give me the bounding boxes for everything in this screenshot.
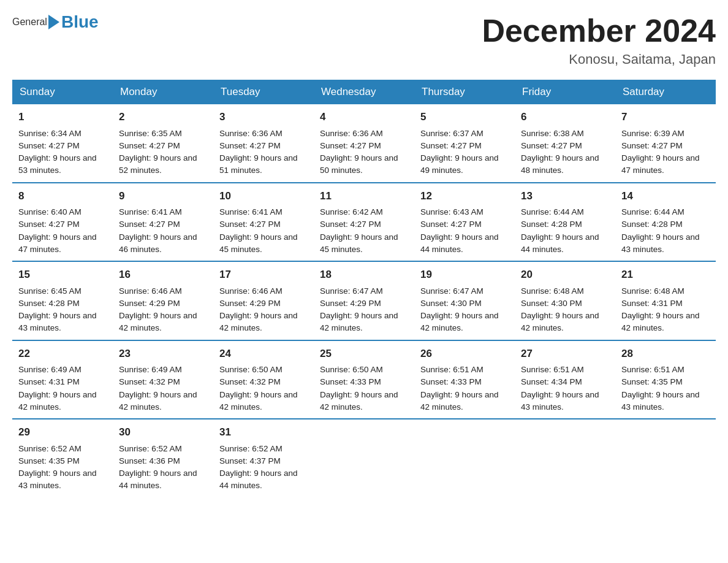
- col-friday: Friday: [515, 80, 615, 104]
- table-row: 13 Sunrise: 6:44 AM Sunset: 4:28 PM Dayl…: [515, 183, 615, 262]
- table-row: 8 Sunrise: 6:40 AM Sunset: 4:27 PM Dayli…: [12, 183, 113, 262]
- sunrise-label: Sunrise: 6:34 AM: [18, 129, 82, 138]
- sunrise-label: Sunrise: 6:41 AM: [119, 207, 182, 216]
- sunset-label: Sunset: 4:27 PM: [18, 141, 80, 150]
- table-row: [314, 419, 414, 497]
- sunrise-label: Sunrise: 6:50 AM: [219, 365, 282, 374]
- sunset-label: Sunset: 4:27 PM: [621, 141, 683, 150]
- day-number: 18: [320, 267, 408, 283]
- sunrise-label: Sunrise: 6:42 AM: [320, 207, 383, 216]
- sunrise-label: Sunrise: 6:52 AM: [119, 444, 182, 453]
- table-row: 26 Sunrise: 6:51 AM Sunset: 4:33 PM Dayl…: [414, 340, 515, 419]
- daylight-label: Daylight: 9 hours and 48 minutes.: [521, 153, 599, 175]
- sunset-label: Sunset: 4:29 PM: [219, 299, 281, 308]
- daylight-label: Daylight: 9 hours and 43 minutes.: [621, 232, 700, 254]
- daylight-label: Daylight: 9 hours and 49 minutes.: [420, 153, 499, 175]
- sunrise-label: Sunrise: 6:36 AM: [219, 129, 282, 138]
- day-number: 11: [320, 188, 408, 204]
- sunrise-label: Sunrise: 6:49 AM: [119, 365, 182, 374]
- table-row: 19 Sunrise: 6:47 AM Sunset: 4:30 PM Dayl…: [414, 261, 515, 340]
- table-row: 16 Sunrise: 6:46 AM Sunset: 4:29 PM Dayl…: [113, 261, 213, 340]
- day-number: 28: [621, 346, 710, 362]
- day-number: 17: [219, 267, 308, 283]
- day-number: 4: [320, 109, 408, 125]
- logo-blue-text: Blue: [61, 12, 99, 32]
- table-row: 27 Sunrise: 6:51 AM Sunset: 4:34 PM Dayl…: [515, 340, 615, 419]
- sunset-label: Sunset: 4:33 PM: [320, 377, 381, 386]
- sunrise-label: Sunrise: 6:45 AM: [18, 286, 82, 296]
- daylight-label: Daylight: 9 hours and 44 minutes.: [521, 232, 599, 254]
- sunrise-label: Sunrise: 6:38 AM: [521, 129, 584, 138]
- day-number: 14: [621, 188, 710, 204]
- sunset-label: Sunset: 4:27 PM: [320, 141, 381, 150]
- sunset-label: Sunset: 4:29 PM: [119, 299, 180, 308]
- sunset-label: Sunset: 4:27 PM: [320, 220, 381, 229]
- day-number: 7: [621, 109, 710, 125]
- sunset-label: Sunset: 4:27 PM: [420, 220, 482, 229]
- sunrise-label: Sunrise: 6:49 AM: [18, 365, 82, 374]
- title-section: December 2024 Konosu, Saitama, Japan: [482, 12, 716, 67]
- day-number: 31: [219, 424, 308, 440]
- sunrise-label: Sunrise: 6:36 AM: [320, 129, 383, 138]
- daylight-label: Daylight: 9 hours and 47 minutes.: [621, 153, 700, 175]
- daylight-label: Daylight: 9 hours and 45 minutes.: [219, 232, 298, 254]
- day-number: 19: [420, 267, 509, 283]
- col-sunday: Sunday: [12, 80, 113, 104]
- sunrise-label: Sunrise: 6:35 AM: [119, 129, 182, 138]
- daylight-label: Daylight: 9 hours and 43 minutes.: [621, 390, 700, 412]
- day-number: 27: [521, 346, 609, 362]
- sunrise-label: Sunrise: 6:41 AM: [219, 207, 282, 216]
- day-number: 16: [119, 267, 207, 283]
- sunrise-label: Sunrise: 6:39 AM: [621, 129, 684, 138]
- day-number: 8: [18, 188, 107, 204]
- sunset-label: Sunset: 4:28 PM: [18, 299, 80, 308]
- sunrise-label: Sunrise: 6:51 AM: [521, 365, 584, 374]
- daylight-label: Daylight: 9 hours and 42 minutes.: [219, 311, 298, 332]
- sunrise-label: Sunrise: 6:52 AM: [18, 444, 82, 453]
- day-number: 23: [119, 346, 207, 362]
- col-thursday: Thursday: [414, 80, 515, 104]
- day-number: 13: [521, 188, 609, 204]
- daylight-label: Daylight: 9 hours and 47 minutes.: [18, 232, 97, 254]
- sunset-label: Sunset: 4:28 PM: [521, 220, 582, 229]
- table-row: [615, 419, 716, 497]
- daylight-label: Daylight: 9 hours and 44 minutes.: [219, 469, 298, 490]
- daylight-label: Daylight: 9 hours and 50 minutes.: [320, 153, 398, 175]
- table-row: 5 Sunrise: 6:37 AM Sunset: 4:27 PM Dayli…: [414, 104, 515, 183]
- day-number: 9: [119, 188, 207, 204]
- logo-general-text: General: [12, 17, 47, 28]
- table-row: 25 Sunrise: 6:50 AM Sunset: 4:33 PM Dayl…: [314, 340, 414, 419]
- logo-arrow-icon: [48, 15, 59, 29]
- table-row: 6 Sunrise: 6:38 AM Sunset: 4:27 PM Dayli…: [515, 104, 615, 183]
- table-row: 18 Sunrise: 6:47 AM Sunset: 4:29 PM Dayl…: [314, 261, 414, 340]
- sunrise-label: Sunrise: 6:37 AM: [420, 129, 483, 138]
- table-row: 4 Sunrise: 6:36 AM Sunset: 4:27 PM Dayli…: [314, 104, 414, 183]
- sunset-label: Sunset: 4:30 PM: [420, 299, 482, 308]
- daylight-label: Daylight: 9 hours and 43 minutes.: [18, 469, 97, 490]
- table-row: 21 Sunrise: 6:48 AM Sunset: 4:31 PM Dayl…: [615, 261, 716, 340]
- day-number: 10: [219, 188, 308, 204]
- table-row: 9 Sunrise: 6:41 AM Sunset: 4:27 PM Dayli…: [113, 183, 213, 262]
- daylight-label: Daylight: 9 hours and 42 minutes.: [420, 311, 499, 332]
- sunset-label: Sunset: 4:34 PM: [521, 377, 582, 386]
- daylight-label: Daylight: 9 hours and 42 minutes.: [119, 390, 197, 412]
- sunset-label: Sunset: 4:33 PM: [420, 377, 482, 386]
- table-row: 24 Sunrise: 6:50 AM Sunset: 4:32 PM Dayl…: [213, 340, 314, 419]
- table-row: 20 Sunrise: 6:48 AM Sunset: 4:30 PM Dayl…: [515, 261, 615, 340]
- day-number: 1: [18, 109, 107, 125]
- calendar-table: Sunday Monday Tuesday Wednesday Thursday…: [12, 80, 716, 497]
- table-row: 23 Sunrise: 6:49 AM Sunset: 4:32 PM Dayl…: [113, 340, 213, 419]
- sunset-label: Sunset: 4:27 PM: [219, 141, 281, 150]
- daylight-label: Daylight: 9 hours and 42 minutes.: [18, 390, 97, 412]
- sunset-label: Sunset: 4:27 PM: [420, 141, 482, 150]
- sunset-label: Sunset: 4:32 PM: [119, 377, 180, 386]
- sunrise-label: Sunrise: 6:51 AM: [621, 365, 684, 374]
- day-number: 22: [18, 346, 107, 362]
- location: Konosu, Saitama, Japan: [482, 52, 716, 67]
- day-number: 6: [521, 109, 609, 125]
- daylight-label: Daylight: 9 hours and 42 minutes.: [621, 311, 700, 332]
- table-row: 22 Sunrise: 6:49 AM Sunset: 4:31 PM Dayl…: [12, 340, 113, 419]
- day-number: 25: [320, 346, 408, 362]
- sunset-label: Sunset: 4:31 PM: [621, 299, 683, 308]
- day-number: 21: [621, 267, 710, 283]
